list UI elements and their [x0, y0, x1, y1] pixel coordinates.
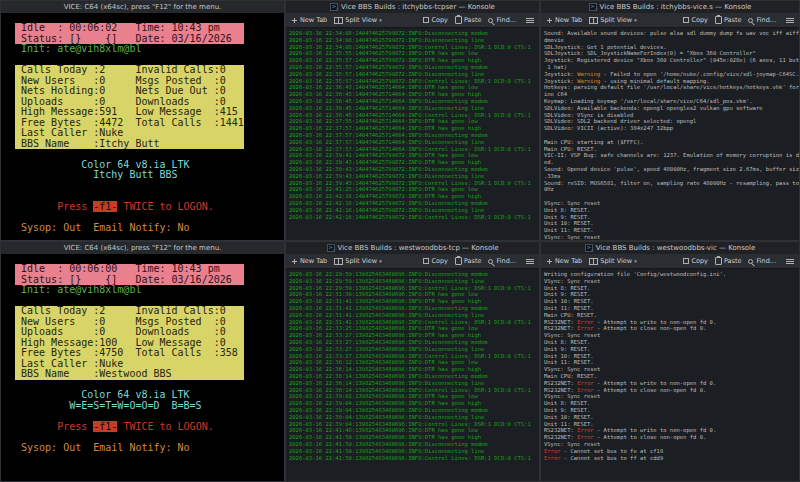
copy-button[interactable]: Copy [420, 257, 448, 265]
terminal-line: Unit 8: RESET. [544, 207, 796, 214]
terminal-line: 2026-03-16 22:39:04:139825483480696:INFO… [289, 400, 536, 407]
paste-button[interactable]: Paste [455, 257, 482, 265]
c64-text-segment: BBS Name :Westwood BBS [15, 369, 244, 380]
paste-button[interactable]: Paste [715, 16, 742, 24]
terminal-line: Hotkeys: parsing default file '/usr/loca… [544, 84, 796, 91]
find-label: Find... [496, 16, 516, 24]
paste-icon [715, 257, 722, 265]
terminal-line: VSync: Sync reset [544, 332, 796, 339]
window-title: Vice BBS Builds : itchybbs-tcpser — Kons… [341, 3, 495, 11]
c64-text-line: Free Bytes :4750 Total Calls :358 [15, 348, 284, 359]
copy-label: Copy [691, 257, 708, 265]
terminal-line: Writing configuration file 'Config/westw… [544, 271, 796, 278]
find-button[interactable]: Find... [748, 257, 776, 265]
terminal-line: Unit 11: RESET. [544, 227, 796, 234]
terminal-line: ine C64 [544, 91, 796, 98]
terminal-line: SDLVideo: SDL2 backend driver selected: … [544, 118, 796, 125]
split-view-button[interactable]: Split View▾ [334, 16, 381, 24]
c64-text-line: Init: ate@vih8xlm@bl [15, 285, 284, 296]
terminal-line: 2026-03-16 22:35:57:140474625799872:INFO… [289, 78, 536, 85]
c64-text-segment: Itchy Butt BBS [15, 169, 178, 180]
window-title: VICE: C64 (x64sc), press "F12" for the m… [64, 244, 222, 252]
copy-button[interactable]: Copy [680, 257, 708, 265]
new-tab-button[interactable]: New Tab [546, 16, 582, 24]
terminal-line: Joystick: Registered device "Xbox 360 Co… [544, 57, 796, 64]
terminal-line: 2026-03-16 22:29:59:139825483480696:INFO… [289, 285, 536, 292]
chevron-down-icon: ▾ [379, 258, 382, 264]
paste-label: Paste [724, 257, 742, 265]
terminal-line: 2026-03-16 22:31:41:139825483480696:INFO… [289, 319, 536, 326]
terminal-line: Main CPU: RESET. [544, 373, 796, 380]
titlebar[interactable]: Vice BBS Builds : itchybbs-tcpser — Kons… [286, 1, 539, 13]
terminal-line: Sound: Opened device 'pulse', speed 4800… [544, 166, 796, 173]
window-title: Vice BBS Builds : itchybbs-vice.s — Kons… [600, 3, 752, 11]
terminal-line: Error - Cannot set bus to fe at cf18 [544, 448, 796, 455]
terminal-line: VSync: Sync reset [544, 393, 796, 400]
copy-label: Copy [431, 16, 448, 24]
titlebar[interactable]: Vice BBS Builds : westwoodbbs-vic — Kons… [541, 242, 799, 254]
c64-text-segment: TWICE to LOGON. [117, 201, 213, 212]
copy-label: Copy [431, 257, 448, 265]
terminal-line: Unit 10: RESET. [544, 298, 796, 305]
paste-button[interactable]: Paste [455, 16, 482, 24]
c64-text-line: Calls Today :2 Invalid Calls:0 [15, 65, 284, 76]
c64-text-segment: Color 64 v8.ia LTK [15, 159, 190, 170]
terminal-line: Unit 10: RESET. [544, 220, 796, 227]
c64-text-segment: Init: ate@vih8xlm@bl [15, 284, 141, 295]
split-view-button[interactable]: Split View▾ [589, 257, 636, 265]
terminal-output[interactable]: 2026-03-16 22:29:59:139825483480696:INFO… [286, 269, 539, 481]
titlebar[interactable]: Vice BBS Builds : itchybbs-vice.s — Kons… [541, 1, 799, 13]
hamburger-menu-icon[interactable] [786, 258, 794, 265]
chevron-down-icon: ▾ [634, 258, 637, 264]
c64-text-segment: Calls Today :2 Invalid Calls:0 [15, 306, 244, 317]
hamburger-menu-icon[interactable] [526, 258, 534, 265]
copy-button[interactable]: Copy [420, 16, 448, 24]
hamburger-menu-icon[interactable] [786, 17, 794, 24]
titlebar[interactable]: VICE: C64 (x64sc), press "F12" for the m… [1, 242, 284, 254]
new-tab-button[interactable]: New Tab [291, 16, 327, 24]
terminal-line: ed. [544, 159, 796, 166]
toolbar: New Tab Split View▾ Copy Paste Find... [541, 13, 799, 28]
terminal-line: Unit 10: RESET. [544, 353, 796, 360]
terminal-line: dmovie [544, 37, 796, 44]
c64-text-segment: Uploads :0 Downloads :0 [15, 327, 244, 338]
new-tab-button[interactable]: New Tab [546, 257, 582, 265]
terminal-line: 2026-03-16 22:39:43:140474625799872:INFO… [289, 173, 536, 180]
terminal-line: 2026-03-16 22:41:50:139825483480696:INFO… [289, 448, 536, 455]
terminal-line: 2026-03-16 22:36:45:140474625714664:INFO… [289, 112, 536, 119]
konsole-app-icon [589, 3, 597, 11]
find-button[interactable]: Find... [748, 16, 776, 24]
terminal-output[interactable]: Writing configuration file 'Config/westw… [541, 269, 799, 481]
paste-button[interactable]: Paste [715, 257, 742, 265]
find-button[interactable]: Find... [488, 16, 516, 24]
terminal-line: 2026-03-16 22:37:55:140474625714664:INFO… [289, 118, 536, 125]
split-view-button[interactable]: Split View▾ [334, 257, 381, 265]
terminal-line: SDLVideo: VICII (active): 384x247 32bpp [544, 125, 796, 132]
new-tab-button[interactable]: New Tab [291, 257, 327, 265]
konsole-app-icon [327, 244, 335, 252]
terminal-line: 2026-03-16 22:42:16:140474625799872:INFO… [289, 200, 536, 207]
hamburger-menu-icon[interactable] [526, 17, 534, 24]
terminal-line: 2026-03-16 22:29:59:139825483480696:INFO… [289, 271, 536, 278]
c64-emulator-screen[interactable]: Idle : 00:06:00 Time: 10:43 pm Status: [… [1, 254, 284, 481]
terminal-line: Joystick: Warning - Failed to open '/hom… [544, 71, 796, 78]
find-button[interactable]: Find... [488, 257, 516, 265]
split-view-button[interactable]: Split View▾ [589, 16, 636, 24]
terminal-line: Unit 9: RESET. [544, 291, 796, 298]
copy-button[interactable]: Copy [680, 16, 708, 24]
c64-text-segment: Sysop: Out Email Notify: No [15, 222, 190, 233]
paste-icon [715, 16, 722, 24]
terminal-line: 2026-03-16 22:37:57:140474625714664:INFO… [289, 146, 536, 153]
terminal-line: RS232NET: Error - Attempt to close non-o… [544, 325, 796, 332]
terminal-output[interactable]: 2026-03-16 22:34:08:140474625799872:INFO… [286, 28, 539, 240]
terminal-line: SDLVideo: Available backends: opengl ope… [544, 105, 796, 112]
titlebar[interactable]: VICE: C64 (x64sc), press "F12" for the m… [1, 1, 284, 13]
terminal-line: 2026-03-16 22:42:16:140474625799872:INFO… [289, 207, 536, 214]
c64-emulator-screen[interactable]: Idle : 00:06:02 Time: 10:43 pm Status: [… [1, 13, 284, 240]
konsole-app-icon [330, 3, 338, 11]
terminal-output[interactable]: Sound: Available sound devices: pulse al… [541, 28, 799, 240]
terminal-line: 2026-03-16 22:39:02:139825483480696:INFO… [289, 393, 536, 400]
new-tab-label: New Tab [300, 257, 327, 265]
titlebar[interactable]: Vice BBS Builds : westwoodbbs-tcp — Kons… [286, 242, 539, 254]
c64-text-segment: TWICE to LOGON. [117, 421, 213, 432]
